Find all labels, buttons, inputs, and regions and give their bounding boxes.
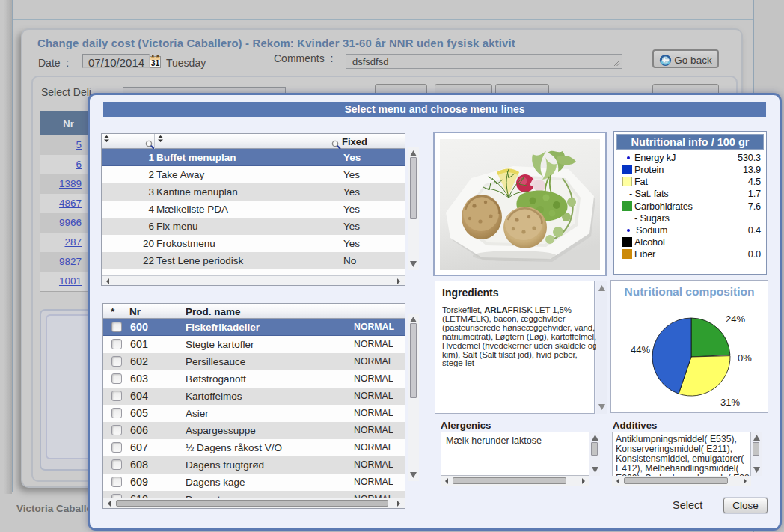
svg-text:31: 31 bbox=[151, 58, 160, 67]
